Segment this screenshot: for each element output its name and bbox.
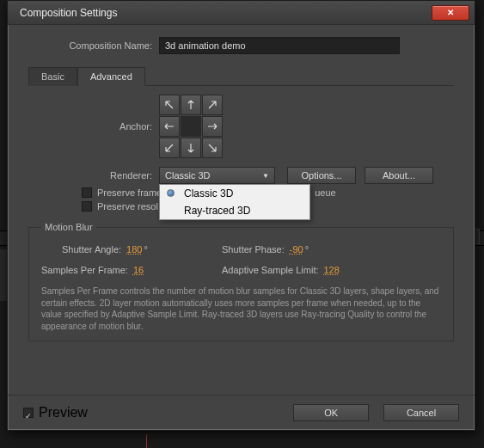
renderer-about-button[interactable]: About...	[365, 167, 433, 184]
renderer-options-button[interactable]: Options...	[287, 167, 356, 184]
dialog-footer: Preview OK Cancel	[8, 395, 475, 430]
anchor-nw[interactable]	[159, 95, 180, 115]
samples-per-frame-label: Samples Per Frame:	[41, 265, 128, 275]
anchor-w[interactable]	[159, 116, 180, 137]
composition-name-label: Composition Name:	[28, 40, 159, 51]
shutter-phase-value[interactable]: -90	[290, 244, 303, 255]
anchor-ne[interactable]	[202, 95, 223, 115]
timeline-indicator	[146, 434, 147, 448]
ok-button[interactable]: OK	[293, 404, 369, 421]
shutter-phase-label: Shutter Phase:	[222, 244, 285, 255]
preserve-res-label: Preserve resol	[97, 201, 158, 212]
window-title: Composition Settings	[20, 7, 117, 19]
anchor-grid	[159, 95, 223, 158]
shutter-angle-unit: °	[144, 244, 147, 255]
preview-checkbox[interactable]	[23, 408, 34, 418]
tab-advanced[interactable]: Advanced	[77, 67, 145, 86]
anchor-sw[interactable]	[159, 138, 180, 158]
renderer-option-raytraced3d[interactable]: Ray-traced 3D	[160, 202, 309, 219]
tab-basic[interactable]: Basic	[28, 67, 77, 86]
renderer-row: Renderer: Classic 3D ▼ Classic 3D Ray-tr…	[28, 167, 454, 184]
cancel-button[interactable]: Cancel	[383, 404, 459, 421]
samples-per-frame-value[interactable]: 16	[133, 265, 144, 275]
shutter-angle-label: Shutter Angle:	[62, 244, 121, 255]
shutter-angle-value[interactable]: 180	[126, 244, 142, 255]
preserve-frame-tail: ueue	[315, 187, 335, 198]
dialog-body: Composition Name: Basic Advanced Anchor:	[8, 25, 475, 350]
anchor-n[interactable]	[181, 95, 201, 115]
motion-blur-help: Samples Per Frame controls the number of…	[41, 285, 441, 332]
anchor-row: Anchor:	[28, 95, 454, 158]
titlebar[interactable]: Composition Settings ✕	[8, 1, 475, 25]
composition-name-row: Composition Name:	[28, 37, 454, 54]
close-button[interactable]: ✕	[432, 5, 469, 21]
renderer-value: Classic 3D	[165, 170, 211, 181]
preview-label: Preview	[39, 405, 88, 420]
renderer-dropdown-menu: Classic 3D Ray-traced 3D	[159, 184, 310, 220]
composition-name-input[interactable]	[159, 37, 400, 54]
preserve-frame-checkbox[interactable]	[82, 187, 92, 198]
shutter-phase-unit: °	[305, 244, 309, 255]
adaptive-limit-value[interactable]: 128	[324, 265, 340, 275]
preserve-res-checkbox[interactable]	[82, 201, 92, 212]
chevron-down-icon: ▼	[262, 172, 269, 180]
anchor-center[interactable]	[181, 116, 201, 137]
renderer-dropdown[interactable]: Classic 3D ▼ Classic 3D Ray-traced 3D	[159, 167, 275, 184]
adaptive-limit-label: Adaptive Sample Limit:	[222, 265, 319, 275]
anchor-s[interactable]	[181, 138, 201, 158]
preserve-frame-label: Preserve frame	[97, 187, 162, 198]
anchor-e[interactable]	[202, 116, 223, 137]
motion-blur-group: Motion Blur Shutter Angle: 180 ° Shutter…	[28, 222, 454, 341]
composition-settings-dialog: Composition Settings ✕ Composition Name:…	[7, 0, 475, 431]
renderer-option-classic3d[interactable]: Classic 3D	[160, 185, 309, 202]
motion-blur-legend: Motion Blur	[41, 222, 96, 232]
preview-row: Preview	[23, 405, 88, 420]
tabs: Basic Advanced	[28, 66, 454, 86]
close-icon: ✕	[447, 8, 454, 17]
renderer-label: Renderer:	[28, 170, 159, 181]
anchor-se[interactable]	[202, 138, 223, 158]
anchor-label: Anchor:	[28, 121, 159, 132]
